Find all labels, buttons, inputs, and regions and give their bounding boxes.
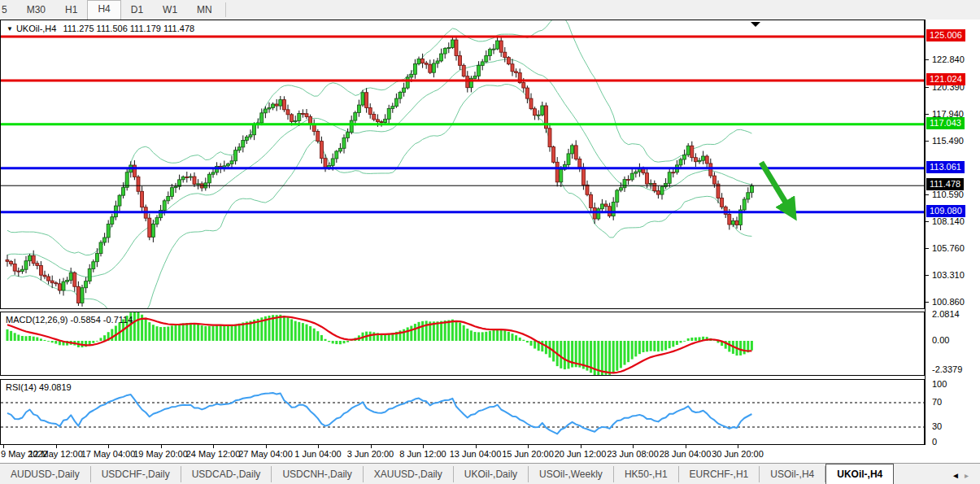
time-tick-mark: [3, 445, 4, 448]
main-chart-panel[interactable]: ▼UKOil-,H4111.275 111.506 111.179 111.47…: [0, 20, 925, 309]
price-tick-label: 115.490: [932, 136, 964, 146]
time-tick-label: 8 Jun 12:00: [399, 449, 446, 459]
tab-scroll-arrows[interactable]: ◄▸: [952, 471, 980, 480]
macd-axis-label: 2.0814: [932, 309, 960, 319]
time-tick-label: 27 May 04:00: [238, 449, 293, 459]
time-tick-mark: [633, 445, 634, 448]
time-tick-mark: [56, 445, 57, 448]
mt4-window: 5M30H1H4D1W1MN ▼UKOil-,H4111.275 111.506…: [0, 0, 980, 484]
chart-tab-usoil-weekly[interactable]: USOil-,Weekly: [529, 466, 614, 482]
rsi-panel[interactable]: RSI(14) 49.0819: [0, 379, 925, 445]
macd-chart[interactable]: [1, 312, 924, 375]
chart-tab-usoil-h4[interactable]: USOil-,H4: [760, 466, 825, 482]
time-tick-mark: [528, 445, 529, 448]
tab-scroll-left-icon[interactable]: ◄: [952, 471, 965, 480]
price-tick-mark: [926, 275, 929, 276]
macd-indicator-label: MACD(12,26,9) -0.5854 -0.7114: [6, 315, 133, 325]
timeframe-button-mn[interactable]: MN: [187, 1, 222, 19]
time-tick-label: 30 Jun 20:00: [712, 449, 764, 459]
timeframe-button-m30[interactable]: M30: [17, 1, 55, 19]
price-level-badge: 121.024: [926, 73, 965, 85]
rsi-axis-label: 30: [932, 421, 942, 431]
price-level-badge: 125.006: [926, 29, 965, 41]
price-level-badge: 117.043: [926, 117, 965, 129]
chart-tab-hk50-h1[interactable]: HK50-,H1: [614, 466, 679, 482]
price-level-badge: 113.061: [926, 161, 965, 173]
price-tick-mark: [926, 221, 929, 222]
time-tick-mark: [108, 445, 109, 448]
time-tick-label: 12 May 12:00: [28, 449, 83, 459]
symbol-dropdown-icon[interactable]: ▼: [7, 25, 13, 33]
chart-tab-bar: AUDUSD-,DailyUSDCHF-,DailyUSDCAD-,DailyU…: [0, 463, 980, 484]
time-tick-mark: [213, 445, 214, 448]
chart-tab-ukoil-h4[interactable]: UKOil-,H4: [825, 464, 894, 484]
timeframe-button-d1[interactable]: D1: [121, 1, 153, 19]
chart-tab-eurchf-h1[interactable]: EURCHF-,H1: [679, 466, 760, 482]
macd-axis-label: -2.3379: [932, 364, 962, 374]
time-tick-mark: [738, 445, 738, 448]
chart-tab-usdcad-daily[interactable]: USDCAD-,Daily: [181, 466, 272, 482]
tab-scroll-right-icon[interactable]: ▸: [965, 471, 973, 480]
time-tick-label: 19 May 20:00: [133, 449, 188, 459]
macd-panel[interactable]: MACD(12,26,9) -0.5854 -0.7114: [0, 312, 925, 376]
macd-axis-label: 0.00: [932, 335, 949, 345]
time-tick-mark: [423, 445, 424, 448]
rsi-axis-label: 100: [932, 379, 947, 389]
chart-tab-ukoil-daily[interactable]: UKOil-,Daily: [454, 466, 529, 482]
time-tick-label: 28 Jun 04:00: [660, 449, 712, 459]
chart-tab-usdchf-daily[interactable]: USDCHF-,Daily: [91, 466, 181, 482]
timeframe-button-h1[interactable]: H1: [55, 1, 87, 19]
time-tick-label: 15 Jun 20:00: [502, 449, 554, 459]
time-tick-label: 17 May 04:00: [81, 449, 136, 459]
price-tick-label: 110.590: [932, 190, 964, 199]
toolbar-separator: [225, 2, 226, 17]
price-tick-mark: [926, 87, 929, 88]
time-tick-label: 3 Jun 20:00: [347, 449, 394, 459]
price-tick-label: 105.760: [932, 243, 965, 253]
price-axis[interactable]: 122.840120.390117.940115.490110.590108.1…: [925, 20, 980, 445]
time-tick-label: 24 May 12:00: [186, 449, 241, 459]
price-tick-mark: [926, 141, 929, 142]
price-level-badge: 109.080: [926, 205, 965, 217]
time-tick-mark: [686, 445, 686, 448]
price-tick-label: 122.840: [932, 55, 965, 64]
chart-header: ▼UKOil-,H4111.275 111.506 111.179 111.47…: [7, 24, 194, 33]
chart-tab-xauusd-daily[interactable]: XAUUSD-,Daily: [364, 466, 454, 482]
rsi-axis-label: 70: [932, 397, 942, 407]
time-tick-mark: [318, 445, 319, 448]
time-tick-label: 23 Jun 08:00: [607, 449, 659, 459]
time-axis[interactable]: 9 May 202212 May 12:0017 May 04:0019 May…: [0, 445, 925, 463]
timeframe-toolbar: 5M30H1H4D1W1MN: [0, 0, 980, 20]
price-tick-mark: [926, 194, 929, 195]
price-tick-label: 100.860: [932, 297, 965, 307]
price-tick-mark: [926, 59, 929, 60]
time-tick-label: 1 Jun 04:00: [294, 449, 342, 459]
timeframe-button-w1[interactable]: W1: [153, 1, 187, 19]
time-tick-mark: [581, 445, 581, 448]
candlestick-chart[interactable]: [1, 20, 924, 308]
timeframe-button-h4[interactable]: H4: [87, 0, 120, 20]
price-tick-mark: [926, 302, 929, 303]
time-tick-mark: [161, 445, 162, 448]
rsi-indicator-label: RSI(14) 49.0819: [6, 382, 72, 392]
chart-tab-audusd-daily[interactable]: AUDUSD-,Daily: [0, 466, 91, 482]
price-tick-mark: [926, 248, 929, 249]
chart-symbol: UKOil-,H4: [16, 24, 57, 33]
chart-ohlc-values: 111.275 111.506 111.179 111.478: [63, 24, 194, 33]
price-tick-label: 103.310: [932, 270, 965, 280]
time-tick-label: 13 Jun 04:00: [450, 449, 502, 459]
rsi-chart[interactable]: [1, 380, 924, 444]
time-tick-mark: [476, 445, 477, 448]
time-tick-label: 20 Jun 12:00: [555, 449, 607, 459]
price-tick-label: 108.140: [932, 216, 965, 226]
timeframe-button-5[interactable]: 5: [0, 1, 17, 19]
rsi-axis-label: 0: [932, 437, 937, 447]
time-tick-mark: [266, 445, 267, 448]
price-level-badge: 111.478: [926, 178, 964, 190]
chart-tab-usdcnh-daily[interactable]: USDCNH-,Daily: [272, 466, 363, 482]
time-tick-mark: [371, 445, 372, 448]
price-tick-mark: [926, 114, 929, 115]
